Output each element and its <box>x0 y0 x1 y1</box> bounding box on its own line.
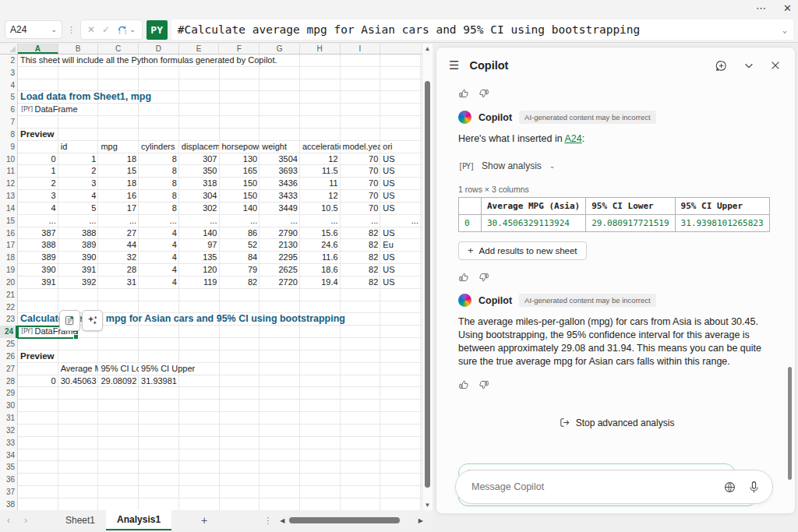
scroll-up-icon[interactable]: ▲ <box>422 45 433 52</box>
row-header-11[interactable]: 11 <box>1 165 15 178</box>
copilot-message-input[interactable]: Message Copilot <box>455 470 773 504</box>
row-header-18[interactable]: 18 <box>1 252 15 264</box>
column-header-b[interactable]: B <box>58 44 99 54</box>
column-header-c[interactable]: C <box>98 44 139 54</box>
grid-cell[interactable]: ... <box>98 215 139 227</box>
row-header-12[interactable]: 12 <box>1 178 15 190</box>
column-header-i[interactable]: I <box>341 44 381 54</box>
grid-cell[interactable]: mpg <box>98 141 139 153</box>
row-header-26[interactable]: 26 <box>1 351 15 363</box>
formula-bar-expand-icon[interactable]: ⌄ <box>782 26 787 34</box>
grid-cell[interactable]: 10.5 <box>300 203 341 215</box>
grid-cell[interactable]: Preview <box>18 351 56 363</box>
grid-cell[interactable]: 11 <box>300 178 341 190</box>
row-header-9[interactable]: 9 <box>1 141 15 153</box>
grid-cell[interactable]: 120 <box>179 264 220 277</box>
grid-cell[interactable]: 95% CI Upper <box>139 363 197 375</box>
collapse-chevron-icon[interactable] <box>743 60 754 71</box>
row-header-16[interactable]: 16 <box>1 227 15 240</box>
column-header-h[interactable]: H <box>300 44 341 54</box>
grid-cell[interactable]: weight <box>260 141 300 153</box>
grid-cell[interactable]: id <box>58 141 99 153</box>
grid-cell[interactable]: 17 <box>98 203 139 215</box>
grid-cell[interactable]: 2625 <box>260 264 300 277</box>
grid-cell[interactable]: 97 <box>179 239 220 252</box>
row-header-36[interactable]: 36 <box>1 474 15 486</box>
row-header-4[interactable]: 4 <box>1 79 15 92</box>
grid-cell[interactable]: 2790 <box>260 227 300 240</box>
row-header-19[interactable]: 19 <box>1 264 15 277</box>
grid-cell[interactable]: 392 <box>58 277 99 289</box>
grid-cell[interactable]: 389 <box>18 252 58 264</box>
thumbs-up-icon[interactable] <box>458 379 469 390</box>
row-header-13[interactable]: 13 <box>1 190 15 203</box>
grid-cell[interactable]: 130 <box>220 153 260 166</box>
grid-cell[interactable]: 2 <box>58 165 99 178</box>
grid-cell[interactable]: US <box>380 252 421 264</box>
show-analysis-chevron-icon[interactable]: ⌄ <box>549 162 556 170</box>
grid-cell[interactable]: 11.5 <box>300 165 341 178</box>
grid-cell[interactable]: 11.6 <box>300 252 341 264</box>
grid-cell[interactable]: 140 <box>179 227 220 240</box>
row-header-7[interactable]: 7 <box>1 116 15 129</box>
grid-cell[interactable]: 350 <box>179 165 220 178</box>
name-box[interactable]: A24 ⌄ <box>5 20 62 39</box>
grid-cell[interactable]: cylinders <box>139 141 179 153</box>
grid-cell[interactable]: 15.6 <box>300 227 341 240</box>
column-header-d[interactable]: D <box>139 44 179 54</box>
grid-cell[interactable]: US <box>380 203 421 215</box>
row-header-3[interactable]: 3 <box>1 67 15 79</box>
row-header-32[interactable]: 32 <box>1 425 15 437</box>
grid-cell[interactable]: 3 <box>18 190 58 203</box>
grid-cell[interactable]: 82 <box>341 239 381 252</box>
grid-cell[interactable]: Load data from Sheet1, mpg <box>18 91 154 104</box>
thumbs-down-icon[interactable] <box>478 272 489 283</box>
grid-cell[interactable]: 70 <box>341 190 381 203</box>
grid-cell[interactable]: ... <box>18 215 58 227</box>
row-header-35[interactable]: 35 <box>1 461 15 474</box>
grid-cell[interactable]: 24.6 <box>300 239 341 252</box>
grid-cell[interactable]: 18 <box>98 153 139 166</box>
thumbs-down-icon[interactable] <box>478 88 489 99</box>
grid-cell[interactable]: 3433 <box>260 190 300 203</box>
grid-cell[interactable]: 3693 <box>260 165 300 178</box>
row-header-6[interactable]: 6 <box>1 104 15 116</box>
tab-sheet1[interactable]: Sheet1 <box>55 510 106 530</box>
microphone-icon[interactable] <box>748 481 760 494</box>
grid-cell[interactable]: 4 <box>139 264 179 277</box>
grid-cell[interactable]: 44 <box>98 239 139 252</box>
grid-cell[interactable]: ... <box>300 215 341 227</box>
grid-cell[interactable]: model.year <box>341 141 381 153</box>
grid-cell[interactable]: 82 <box>341 252 381 264</box>
insert-python-button[interactable]: [ ] ⌄ <box>117 24 136 35</box>
grid-cell[interactable]: 1 <box>18 165 58 178</box>
window-more-icon[interactable]: ⋯ <box>756 0 766 17</box>
grid-cell[interactable]: 150 <box>220 190 260 203</box>
row-header-34[interactable]: 34 <box>1 449 15 462</box>
row-header-30[interactable]: 30 <box>1 400 15 412</box>
cell-ref-link[interactable]: A24 <box>564 133 581 144</box>
row-header-27[interactable]: 27 <box>1 363 15 375</box>
grid-cell[interactable]: 391 <box>18 277 58 289</box>
grid-cell[interactable]: ... <box>139 215 179 227</box>
stop-advanced-analysis-button[interactable]: Stop advanced analysis <box>554 416 680 429</box>
close-panel-icon[interactable] <box>770 60 781 71</box>
row-header-8[interactable]: 8 <box>1 129 15 141</box>
grid-cell[interactable]: 2130 <box>260 239 300 252</box>
horizontal-scrollbar-thumb[interactable] <box>289 517 400 523</box>
window-close-icon[interactable]: ✕ <box>783 0 792 17</box>
grid-cell[interactable]: 82 <box>341 277 381 289</box>
formula-bar-kebab-icon[interactable]: ⋮ <box>66 25 76 35</box>
thumbs-up-icon[interactable] <box>458 272 469 283</box>
grid-cell[interactable]: This sheet will include all the Python f… <box>18 55 280 67</box>
grid-cell[interactable]: 1 <box>58 153 99 166</box>
grid-cell[interactable]: US <box>380 178 421 190</box>
row-header-37[interactable]: 37 <box>1 486 15 499</box>
thumbs-down-icon[interactable] <box>478 379 489 390</box>
grid-cell[interactable]: 31 <box>98 277 139 289</box>
panel-scrollbar-thumb[interactable] <box>788 367 792 480</box>
grid-cell[interactable]: 15 <box>98 165 139 178</box>
analyze-sparkle-button[interactable] <box>82 310 103 331</box>
grid-cell[interactable]: 52 <box>220 239 260 252</box>
grid-cell[interactable]: 19.4 <box>300 277 341 289</box>
